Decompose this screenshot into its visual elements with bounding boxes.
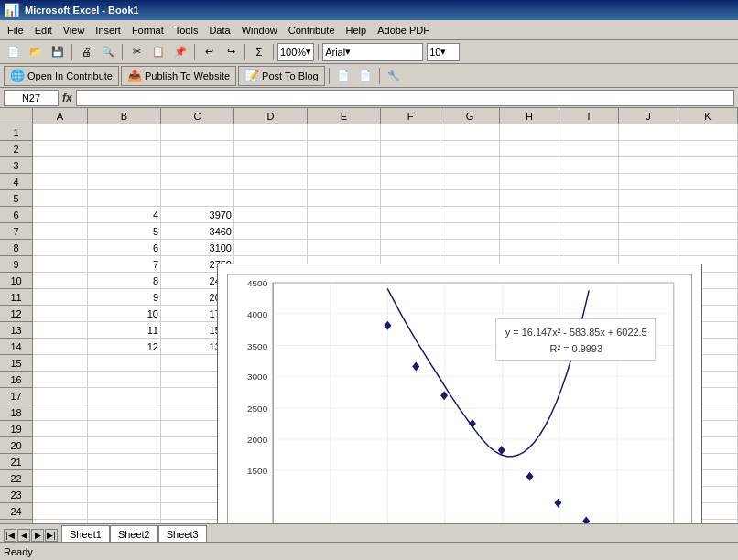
chart-area[interactable]: 4500 4000 3500 3000 2500 2000 1500 1000 … (217, 264, 702, 531)
cell-b3[interactable] (88, 157, 161, 174)
cell-a10[interactable] (33, 273, 88, 289)
cell-h2[interactable] (500, 141, 559, 157)
print-button[interactable]: 🖨 (76, 42, 96, 62)
cell-b4[interactable] (88, 174, 161, 190)
cell-c2[interactable] (161, 141, 234, 157)
autosum-button[interactable]: Σ (249, 42, 269, 62)
cell-b14[interactable]: 12 (88, 339, 161, 355)
cell-a21[interactable] (33, 454, 88, 470)
new-button[interactable]: 📄 (4, 42, 24, 62)
cell-j1[interactable] (619, 124, 678, 141)
cell-a17[interactable] (33, 388, 88, 404)
cell-k1[interactable] (678, 124, 738, 141)
cell-g8[interactable] (440, 240, 500, 256)
cell-a1[interactable] (33, 124, 88, 141)
open-button[interactable]: 📂 (26, 42, 46, 62)
cell-d1[interactable] (234, 124, 308, 141)
cell-j8[interactable] (619, 240, 678, 256)
cell-g5[interactable] (440, 190, 500, 207)
cell-j5[interactable] (619, 190, 678, 207)
cell-a16[interactable] (33, 372, 88, 388)
formula-input[interactable] (76, 90, 734, 106)
cell-b13[interactable]: 11 (88, 322, 161, 339)
cell-a18[interactable] (33, 404, 88, 421)
cell-k2[interactable] (678, 141, 738, 157)
print-preview-button[interactable]: 🔍 (98, 42, 118, 62)
cell-f5[interactable] (381, 190, 440, 207)
cell-b8[interactable]: 6 (88, 240, 161, 256)
cell-e7[interactable] (308, 223, 381, 240)
cell-f4[interactable] (381, 174, 440, 190)
cell-f1[interactable] (381, 124, 440, 141)
cell-h1[interactable] (500, 124, 559, 141)
cell-i5[interactable] (559, 190, 619, 207)
sheet-tab-1[interactable]: Sheet1 (61, 525, 110, 531)
cell-a11[interactable] (33, 289, 88, 306)
cell-i8[interactable] (559, 240, 619, 256)
cell-b18[interactable] (88, 404, 161, 421)
save-button[interactable]: 💾 (48, 42, 68, 62)
cell-b15[interactable] (88, 355, 161, 372)
cell-d8[interactable] (234, 240, 308, 256)
cell-g6[interactable] (440, 207, 500, 223)
font-dropdown[interactable]: Arial▾ (322, 43, 423, 61)
sheet-tab-2[interactable]: Sheet2 (110, 525, 158, 531)
extra-button[interactable]: 🔧 (384, 66, 404, 86)
cell-i7[interactable] (559, 223, 619, 240)
col-header-b[interactable]: B (88, 108, 161, 124)
cell-a8[interactable] (33, 240, 88, 256)
cell-e6[interactable] (308, 207, 381, 223)
first-sheet-button[interactable]: |◀ (4, 529, 16, 531)
menu-item-data[interactable]: Data (203, 23, 235, 38)
cell-h5[interactable] (500, 190, 559, 207)
cell-j6[interactable] (619, 207, 678, 223)
cell-d7[interactable] (234, 223, 308, 240)
cell-k5[interactable] (678, 190, 738, 207)
sheet-tab-3[interactable]: Sheet3 (158, 525, 207, 531)
cell-h3[interactable] (500, 157, 559, 174)
cell-b9[interactable]: 7 (88, 256, 161, 273)
menu-item-insert[interactable]: Insert (90, 23, 126, 38)
cell-f6[interactable] (381, 207, 440, 223)
menu-item-adobe pdf[interactable]: Adobe PDF (372, 23, 435, 38)
cell-a23[interactable] (33, 487, 88, 503)
next-sheet-button[interactable]: ▶ (31, 529, 44, 531)
cell-b11[interactable]: 9 (88, 289, 161, 306)
cell-a4[interactable] (33, 174, 88, 190)
cell-b7[interactable]: 5 (88, 223, 161, 240)
cell-a9[interactable] (33, 256, 88, 273)
cell-c4[interactable] (161, 174, 234, 190)
cell-i1[interactable] (559, 124, 619, 141)
pdf-button2[interactable]: 📄 (355, 66, 375, 86)
cell-f2[interactable] (381, 141, 440, 157)
cell-g7[interactable] (440, 223, 500, 240)
cell-b10[interactable]: 8 (88, 273, 161, 289)
cell-a13[interactable] (33, 322, 88, 339)
col-header-h[interactable]: H (500, 108, 559, 124)
cell-a12[interactable] (33, 306, 88, 322)
cell-a14[interactable] (33, 339, 88, 355)
cell-e4[interactable] (308, 174, 381, 190)
cell-e2[interactable] (308, 141, 381, 157)
cell-b22[interactable] (88, 470, 161, 487)
cell-j7[interactable] (619, 223, 678, 240)
col-header-d[interactable]: D (234, 108, 308, 124)
cell-g4[interactable] (440, 174, 500, 190)
cell-c3[interactable] (161, 157, 234, 174)
cell-i6[interactable] (559, 207, 619, 223)
cell-a19[interactable] (33, 421, 88, 437)
cell-g1[interactable] (440, 124, 500, 141)
redo-button[interactable]: ↪ (221, 42, 241, 62)
cell-f7[interactable] (381, 223, 440, 240)
cell-b1[interactable] (88, 124, 161, 141)
cell-d2[interactable] (234, 141, 308, 157)
cell-k7[interactable] (678, 223, 738, 240)
cell-j4[interactable] (619, 174, 678, 190)
cell-b6[interactable]: 4 (88, 207, 161, 223)
paste-button[interactable]: 📌 (170, 42, 190, 62)
cell-h8[interactable] (500, 240, 559, 256)
cell-b17[interactable] (88, 388, 161, 404)
cell-h6[interactable] (500, 207, 559, 223)
cell-i4[interactable] (559, 174, 619, 190)
cell-b12[interactable]: 10 (88, 306, 161, 322)
